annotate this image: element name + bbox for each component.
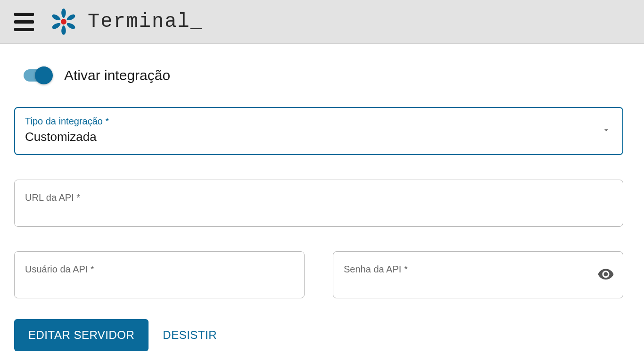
menu-bar-icon: [14, 20, 34, 24]
edit-server-button[interactable]: EDITAR SERVIDOR: [14, 319, 149, 351]
chevron-down-icon: [602, 125, 611, 137]
menu-bar-icon: [14, 13, 34, 16]
activate-integration-row: Ativar integração: [14, 67, 623, 83]
api-url-field[interactable]: URL da API *: [14, 180, 623, 227]
api-url-label: URL da API *: [25, 192, 80, 203]
menu-button[interactable]: [14, 13, 34, 31]
integration-type-select[interactable]: Tipo da integração * Customizada: [14, 107, 623, 155]
eye-icon[interactable]: [597, 265, 614, 284]
svg-point-0: [61, 19, 66, 25]
integration-form: Ativar integração Tipo da integração * C…: [0, 44, 637, 362]
content-scroll-area[interactable]: Ativar integração Tipo da integração * C…: [0, 44, 644, 362]
app-logo-icon: [48, 6, 79, 37]
api-password-label: Senha da API *: [344, 264, 408, 275]
app-title: Terminal_: [88, 10, 203, 33]
cancel-button[interactable]: DESISTIR: [163, 329, 217, 342]
app-header: Terminal_: [0, 0, 644, 44]
activate-integration-label: Ativar integração: [64, 67, 170, 83]
activate-integration-toggle[interactable]: [24, 69, 50, 82]
integration-type-value: Customizada: [25, 130, 612, 144]
logo-group: Terminal_: [48, 6, 203, 37]
form-actions: EDITAR SERVIDOR DESISTIR: [14, 319, 623, 351]
api-user-label: Usuário da API *: [25, 264, 94, 275]
integration-type-label: Tipo da integração *: [25, 116, 612, 127]
menu-bar-icon: [14, 28, 34, 31]
toggle-thumb-icon: [35, 66, 53, 84]
api-password-field[interactable]: Senha da API *: [333, 251, 623, 298]
api-user-field[interactable]: Usuário da API *: [14, 251, 305, 298]
